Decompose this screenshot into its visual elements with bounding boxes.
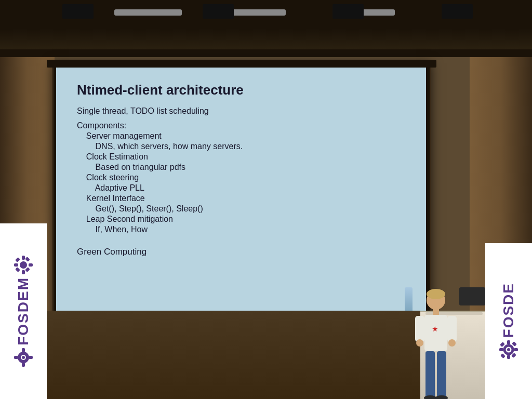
ceiling-recess-4	[442, 4, 473, 19]
svg-point-1	[427, 289, 445, 299]
svg-rect-30	[507, 340, 510, 344]
fosdem-right-text: FOSDE	[500, 283, 517, 338]
svg-rect-20	[25, 257, 30, 262]
slide-line-10: If, When, How	[77, 225, 405, 234]
svg-rect-19	[25, 267, 30, 272]
svg-rect-37	[500, 353, 506, 358]
svg-rect-5	[415, 316, 424, 342]
projection-screen: Ntimed-client architecture Single thread…	[56, 66, 426, 322]
ceiling-recess-2	[203, 4, 234, 19]
svg-rect-33	[514, 348, 518, 351]
slide-content: Ntimed-client architecture Single thread…	[77, 82, 405, 258]
fosdem-right-content: FOSDE	[499, 283, 518, 360]
svg-rect-3	[424, 315, 447, 351]
fosdem-gear-bottom-icon	[14, 348, 33, 367]
svg-rect-21	[15, 267, 20, 272]
laptop-bag	[459, 287, 485, 305]
svg-rect-25	[22, 363, 25, 367]
slide-line-9: Leap Second mitigation	[77, 215, 405, 224]
fosdem-banner-right: FOSDE	[485, 243, 532, 399]
slide-line-8: Get(), Step(), Steer(), Sleep()	[77, 204, 405, 214]
slide-components-label: Components:	[77, 121, 405, 130]
ceiling-recess-1	[62, 4, 94, 19]
ceiling-light-1	[114, 9, 182, 16]
svg-point-23	[22, 356, 25, 359]
slide-line-6: Adaptive PLL	[77, 183, 405, 193]
svg-rect-24	[22, 348, 25, 352]
presenter: ★	[410, 285, 462, 399]
fosdem-left-content: FOSDEM	[14, 255, 33, 367]
svg-rect-10	[437, 351, 446, 399]
svg-rect-14	[22, 256, 25, 260]
fosdem-banner-left: FOSDEM	[0, 223, 47, 399]
svg-rect-31	[507, 355, 510, 359]
slide-subtitle: Single thread, TODO list scheduling	[77, 107, 405, 116]
svg-rect-16	[14, 263, 18, 267]
svg-rect-34	[500, 342, 505, 347]
screen-rail	[47, 60, 436, 68]
svg-rect-36	[512, 341, 517, 347]
svg-text:★: ★	[432, 325, 438, 333]
slide-line-5: Clock steering	[77, 173, 405, 182]
svg-point-29	[507, 348, 510, 351]
svg-point-8	[448, 339, 456, 347]
ceiling-soffit	[0, 29, 532, 49]
svg-rect-17	[29, 263, 33, 267]
svg-rect-15	[22, 270, 25, 274]
fosdem-left-text: FOSDEM	[15, 277, 32, 345]
slide-footer: Green Computing	[77, 247, 405, 257]
slide-line-4: Based on triangular pdfs	[77, 163, 405, 172]
svg-rect-6	[447, 316, 457, 342]
slide-line-7: Kernel Interface	[77, 194, 405, 203]
slide-line-2: DNS, which servers, how many servers.	[77, 142, 405, 151]
fosdem-gear-right-icon	[499, 340, 518, 360]
svg-rect-2	[433, 309, 439, 315]
svg-rect-26	[14, 356, 18, 359]
slide-title: Ntimed-client architecture	[77, 82, 405, 98]
fosdem-gear-top-icon	[14, 255, 33, 275]
svg-rect-9	[425, 351, 435, 399]
slide-line-1: Server management	[77, 131, 405, 141]
ceiling	[0, 0, 532, 57]
ceiling-recess-3	[332, 4, 364, 19]
svg-rect-27	[29, 356, 33, 359]
svg-rect-18	[15, 257, 20, 262]
slide-line-3: Clock Estimation	[77, 152, 405, 162]
svg-point-13	[20, 261, 27, 269]
svg-point-7	[416, 339, 423, 347]
svg-rect-32	[499, 348, 503, 351]
